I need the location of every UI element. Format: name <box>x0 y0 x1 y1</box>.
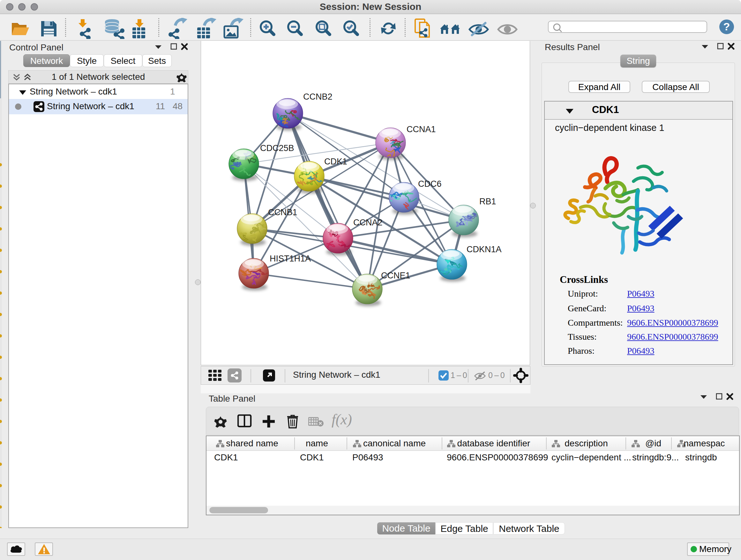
svg-text:CCNE1: CCNE1 <box>381 271 410 280</box>
svg-text:CCNA2: CCNA2 <box>353 218 383 227</box>
svg-text:CCNA1: CCNA1 <box>407 125 436 134</box>
svg-text:CDC25B: CDC25B <box>260 143 294 153</box>
svg-text:HIST1H1A: HIST1H1A <box>270 254 311 263</box>
svg-text:CCNB1: CCNB1 <box>268 207 297 217</box>
svg-text:CDK1: CDK1 <box>324 157 347 166</box>
svg-text:CCNB2: CCNB2 <box>303 92 333 102</box>
svg-text:CDKN1A: CDKN1A <box>467 245 502 254</box>
svg-text:CDC6: CDC6 <box>418 179 442 189</box>
svg-text:RB1: RB1 <box>479 197 496 206</box>
